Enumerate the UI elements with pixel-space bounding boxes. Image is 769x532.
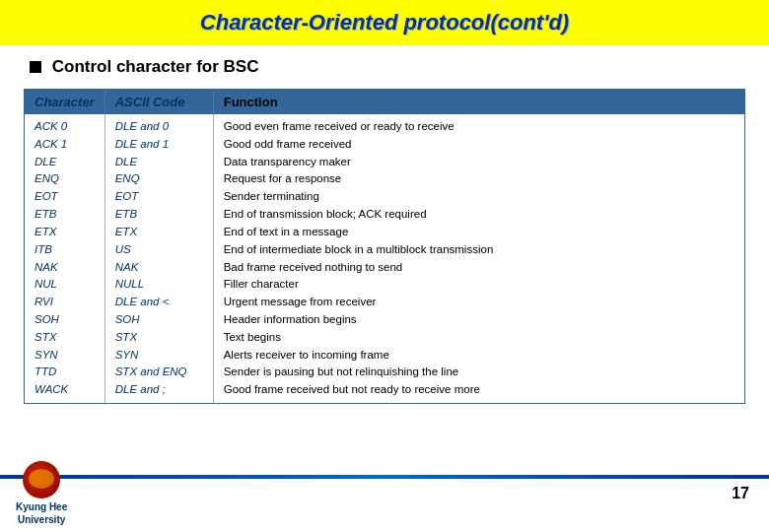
data-table-container: Character ASCII Code Function ACK 0ACK 1… [24, 89, 745, 404]
header-ascii: ASCII Code [105, 90, 213, 114]
page-number: 17 [732, 485, 749, 502]
cell-character: ACK 0ACK 1DLEENQEOTETBETXITBNAKNULRVISOH… [25, 114, 105, 403]
character-table: Character ASCII Code Function ACK 0ACK 1… [25, 90, 744, 403]
cell-function: Good even frame received or ready to rec… [213, 114, 744, 403]
university-logo: Kyung Hee University [16, 461, 67, 526]
title-bar: Character-Oriented protocol(cont'd) [0, 0, 769, 45]
slide: Character-Oriented protocol(cont'd) Cont… [0, 0, 769, 532]
bullet-square [30, 61, 41, 73]
header-character: Character [25, 90, 105, 114]
slide-title: Character-Oriented protocol(cont'd) [200, 10, 569, 34]
cell-ascii: DLE and 0DLE and 1DLEENQEOTETBETXUSNAKNU… [105, 114, 213, 403]
table-row: ACK 0ACK 1DLEENQEOTETBETXITBNAKNULRVISOH… [25, 114, 744, 403]
university-name: Kyung Hee University [16, 500, 67, 526]
footer: Kyung Hee University 17 [0, 457, 769, 532]
logo-emblem [23, 461, 60, 499]
subtitle: Control character for BSC [0, 57, 769, 77]
table-header-row: Character ASCII Code Function [25, 90, 744, 114]
subtitle-text: Control character for BSC [52, 57, 259, 76]
header-function: Function [213, 90, 744, 114]
